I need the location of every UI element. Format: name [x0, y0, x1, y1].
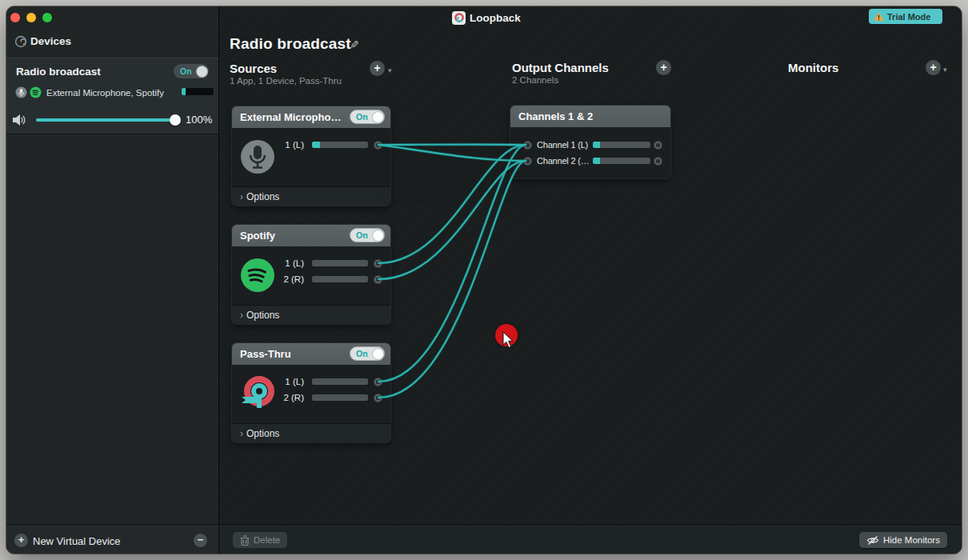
- card-header[interactable]: Pass-Thru On: [232, 343, 390, 365]
- source-on-toggle[interactable]: On: [350, 346, 385, 361]
- volume-slider-knob[interactable]: [170, 114, 181, 126]
- add-monitor-chevron-icon[interactable]: ▾: [943, 66, 947, 74]
- add-source-chevron-icon[interactable]: ▾: [388, 66, 392, 74]
- toggle-knob: [196, 66, 208, 78]
- trash-icon: [240, 535, 250, 546]
- hide-monitors-button[interactable]: Hide Monitors: [859, 532, 947, 548]
- monitors-column-title: Monitors: [788, 61, 838, 74]
- output-port[interactable]: [374, 394, 382, 402]
- channel-meter: [312, 142, 368, 148]
- warning-icon: [874, 12, 884, 22]
- add-device-button[interactable]: +: [14, 534, 28, 547]
- card-header[interactable]: Spotify On: [232, 225, 390, 246]
- output-port[interactable]: [374, 259, 382, 268]
- remove-device-button[interactable]: −: [194, 534, 207, 547]
- options-row[interactable]: ›Options: [232, 305, 390, 324]
- devices-icon: [14, 35, 27, 48]
- source-card-pass-thru: Pass-Thru On 1 (L) 2 (R): [232, 343, 390, 442]
- device-sources-summary: External Microphone, Spotify: [46, 88, 164, 98]
- outputs-column-title: Output Channels: [512, 61, 609, 74]
- sidebar-footer: + New Virtual Device −: [6, 524, 218, 554]
- source-on-toggle[interactable]: On: [350, 228, 385, 242]
- output-port[interactable]: [374, 275, 382, 284]
- device-title: Radio broadcast: [230, 35, 351, 53]
- disclosure-chevron-icon: ›: [240, 310, 243, 321]
- eye-slash-icon: [866, 535, 879, 546]
- toggle-knob: [372, 111, 384, 123]
- device-level-meter: [182, 88, 214, 95]
- disclosure-chevron-icon: ›: [240, 428, 243, 439]
- card-header[interactable]: External Micropho… On: [232, 106, 390, 128]
- channel-row: 1 (L): [232, 139, 390, 150]
- microphone-mini-icon: [15, 86, 27, 98]
- card-header[interactable]: Channels 1 & 2: [510, 106, 670, 127]
- options-row[interactable]: ›Options: [232, 423, 390, 442]
- window-title: Loopback: [470, 12, 521, 24]
- loopback-app-icon: [452, 11, 466, 25]
- source-card-spotify: Spotify On 1 (L) 2 (R) ›Options: [232, 225, 390, 324]
- disclosure-chevron-icon: ›: [240, 191, 243, 202]
- sidebar: Devices Radio broadcast On External Micr…: [6, 6, 218, 554]
- source-on-toggle[interactable]: On: [350, 110, 385, 124]
- minimize-button[interactable]: [26, 13, 36, 22]
- channel-row: 2 (R): [232, 392, 390, 403]
- volume-value: 100%: [186, 114, 212, 126]
- channel-row: 1 (L): [232, 376, 390, 387]
- channel-meter: [593, 158, 650, 164]
- toggle-knob: [372, 230, 384, 242]
- sources-column-subtitle: 1 App, 1 Device, Pass-Thru: [230, 76, 342, 86]
- add-output-button[interactable]: +: [656, 60, 671, 75]
- output-card-channels-1-2: Channels 1 & 2 Channel 1 (L) Channel 2 (…: [510, 106, 670, 178]
- speaker-icon: [11, 113, 27, 127]
- device-name: Radio broadcast: [16, 66, 101, 78]
- mouse-cursor-icon: [502, 331, 515, 349]
- add-monitor-button[interactable]: +: [926, 60, 941, 75]
- volume-slider[interactable]: [36, 118, 178, 122]
- sources-column-title: Sources: [230, 62, 277, 75]
- outputs-column-subtitle: 2 Channels: [512, 75, 558, 85]
- output-port[interactable]: [374, 378, 382, 386]
- channel-meter: [593, 142, 650, 148]
- toggle-knob: [372, 348, 384, 360]
- monitor-port[interactable]: [654, 141, 662, 150]
- spotify-mini-icon: [30, 86, 42, 98]
- monitor-port[interactable]: [654, 157, 662, 166]
- trial-mode-badge[interactable]: Trial Mode: [869, 9, 942, 24]
- zoom-button[interactable]: [42, 13, 52, 22]
- source-card-external-microphone: External Micropho… On 1 (L) ›Options: [232, 106, 390, 206]
- channel-row: 1 (L): [232, 258, 390, 269]
- add-source-button[interactable]: +: [370, 61, 385, 76]
- channel-meter: [312, 260, 368, 266]
- channel-meter: [312, 394, 368, 401]
- delete-button[interactable]: Delete: [233, 532, 287, 548]
- sidebar-header: Devices: [30, 35, 71, 47]
- input-port[interactable]: [523, 157, 532, 166]
- channel-row: 2 (R): [232, 274, 390, 285]
- device-on-toggle[interactable]: On: [174, 64, 209, 78]
- channel-meter: [312, 378, 368, 385]
- channel-row: Channel 1 (L): [510, 139, 670, 150]
- output-port[interactable]: [374, 141, 382, 150]
- device-list-item[interactable]: Radio broadcast On External Microphone, …: [6, 58, 218, 134]
- close-button[interactable]: [10, 13, 20, 22]
- new-virtual-device-label[interactable]: New Virtual Device: [33, 535, 121, 547]
- loopback-window: Devices Radio broadcast On External Micr…: [6, 6, 962, 554]
- edit-pencil-icon[interactable]: ✎: [350, 38, 359, 51]
- channel-row: Channel 2 (…: [510, 155, 670, 166]
- channel-meter: [312, 276, 368, 282]
- main-footer: Delete Hide Monitors: [218, 524, 962, 554]
- options-row[interactable]: ›Options: [232, 186, 390, 206]
- input-port[interactable]: [523, 141, 532, 150]
